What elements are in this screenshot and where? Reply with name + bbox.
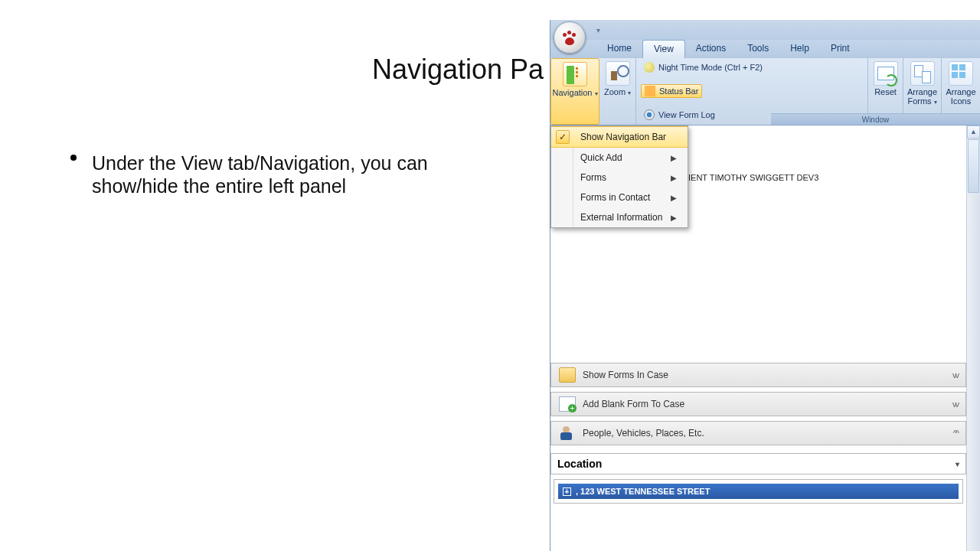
dropdown-icon[interactable]: ▾ — [956, 460, 959, 468]
status-bar-toggle[interactable]: Status Bar — [641, 84, 702, 98]
tab-print[interactable]: Print — [820, 40, 861, 58]
menu-show-navigation-bar[interactable]: ✓ Show Navigation Bar — [551, 126, 688, 148]
expand-icon[interactable]: vv — [952, 370, 958, 380]
vertical-scrollbar[interactable]: ▲ — [966, 126, 980, 551]
chevron-down-icon: ▾ — [628, 90, 631, 96]
chevron-down-icon: ▾ — [934, 99, 937, 106]
paw-icon — [560, 28, 579, 47]
view-form-log-button[interactable]: View Form Log — [641, 109, 718, 121]
tab-actions[interactable]: Actions — [685, 40, 737, 58]
app-menu-orb[interactable] — [554, 21, 586, 54]
tab-view[interactable]: View — [642, 40, 685, 58]
zoom-icon — [606, 61, 630, 86]
navigation-dropdown: ✓ Show Navigation Bar Quick Add▶ Forms▶ … — [550, 126, 688, 228]
tab-home[interactable]: Home — [596, 40, 642, 58]
scroll-up-icon[interactable]: ▲ — [967, 126, 980, 139]
page-title: Navigation Pa — [372, 54, 544, 86]
check-icon: ✓ — [556, 130, 570, 144]
status-bar-icon — [645, 86, 655, 96]
side-panels: Show Forms In Case vv Add Blank Form To … — [550, 358, 966, 504]
case-header-fragment: IENT TIMOTHY SWIGGETT DEV3 — [688, 173, 960, 182]
title-bar: ▾ — [550, 20, 980, 40]
quick-access-toolbar[interactable]: ▾ — [596, 26, 600, 34]
submenu-arrow-icon: ▶ — [671, 194, 677, 202]
chevron-down-icon: ▾ — [595, 90, 598, 97]
ribbon-group-label-window: Window — [771, 113, 980, 125]
slide-bullet: Under the View tab/Navigation, you can s… — [70, 152, 490, 197]
person-icon — [559, 425, 576, 441]
tab-help[interactable]: Help — [779, 40, 820, 58]
tab-tools[interactable]: Tools — [737, 40, 779, 58]
scroll-thumb[interactable] — [968, 139, 979, 193]
menu-quick-add[interactable]: Quick Add▶ — [551, 148, 688, 168]
add-page-icon — [559, 396, 576, 412]
expand-plus-icon[interactable]: + — [563, 487, 571, 496]
expand-icon[interactable]: vv — [952, 399, 958, 409]
submenu-arrow-icon: ▶ — [671, 174, 677, 182]
night-mode-button[interactable]: Night Time Mode (Ctrl + F2) — [641, 61, 766, 73]
panel-show-forms-in-case[interactable]: Show Forms In Case vv — [550, 363, 966, 387]
location-item[interactable]: + , 123 WEST TENNESSEE STREET — [554, 479, 963, 504]
ribbon-navigation-button[interactable]: Navigation▾ — [550, 58, 599, 125]
ribbon: Navigation▾ Zoom▾ Night Time Mode (Ctrl … — [550, 58, 980, 126]
submenu-arrow-icon: ▶ — [671, 214, 677, 222]
menu-forms-in-contact[interactable]: Forms in Contact▶ — [551, 187, 688, 207]
moon-icon — [644, 62, 655, 73]
arrange-icons-icon — [949, 61, 973, 86]
folder-icon — [559, 367, 576, 383]
panel-people-vehicles[interactable]: People, Vehicles, Places, Etc. ^^ — [550, 421, 966, 445]
menu-external-information[interactable]: External Information▶ — [551, 207, 688, 227]
ribbon-tabs: Home View Actions Tools Help Print — [550, 40, 980, 58]
arrange-forms-icon — [910, 61, 935, 86]
reset-icon — [874, 61, 898, 86]
navigation-icon — [563, 62, 587, 86]
qat-dropdown-icon[interactable]: ▾ — [596, 26, 600, 34]
submenu-arrow-icon: ▶ — [671, 154, 677, 162]
app-window: ▾ Home View Actions Tools Help Print Nav… — [550, 20, 980, 551]
collapse-icon[interactable]: ^^ — [953, 429, 958, 438]
location-header[interactable]: Location ▾ — [550, 453, 966, 474]
panel-add-blank-form[interactable]: Add Blank Form To Case vv — [550, 392, 966, 416]
ribbon-zoom-button[interactable]: Zoom▾ — [599, 58, 636, 125]
menu-forms[interactable]: Forms▶ — [551, 168, 688, 187]
eye-icon — [644, 109, 655, 120]
